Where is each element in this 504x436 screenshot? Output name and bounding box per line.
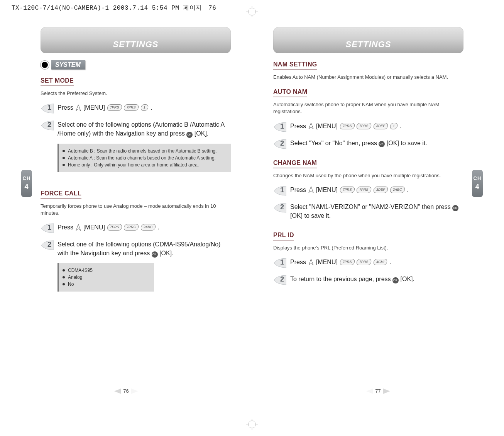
keypad-key: 1 [389, 123, 398, 129]
chapter-tab-num: 4 [24, 183, 29, 191]
step-text: To return to the previous page, press [290, 276, 391, 282]
system-badge-label: SYSTEM [55, 61, 81, 68]
ok-icon [152, 251, 158, 258]
spread: CH 4 SETTINGS SYSTEM SET MODE Selects th… [0, 15, 504, 421]
prl-id-step-2: 2 To return to the previous page, press … [273, 275, 463, 285]
note-text: No [68, 281, 74, 288]
ok-icon [392, 277, 399, 283]
bullet-icon [63, 150, 65, 152]
auto-nam-heading: AUTO NAM [273, 88, 307, 97]
bullet-icon [63, 157, 65, 159]
file-stamp-text: TX-120C-7/14(NO-CAMERA)-1 2003.7.14 5:54… [12, 5, 179, 12]
force-call-notes: CDMA-IS95 Analog No [58, 263, 154, 292]
force-call-step1-body: Press [MENU] 7PRS 7PRS 2ABC . [58, 223, 159, 232]
note-text: Analog [68, 274, 82, 281]
page-ornament-icon [383, 388, 390, 394]
ok-icon [452, 205, 458, 211]
section-bullet-icon [41, 61, 49, 69]
press-label: Press [58, 223, 73, 232]
set-mode-notes: Automatic B : Scan the radio channels ba… [58, 144, 231, 172]
auto-nam-step1-body: Press [MENU] 7PRS 7PRS 3DEF 1 . [290, 122, 401, 131]
prl-id-step-1: 1 Press [MENU] 7PRS 7PRS 4GHI . [273, 258, 463, 268]
step-number-icon: 1 [273, 122, 286, 132]
keypad-key: 2ABC [389, 187, 405, 193]
file-stamp-pageno: 76 [208, 5, 216, 12]
prl-id-step2-body: To return to the previous page, press [O… [290, 275, 414, 283]
step-number-icon: 2 [273, 139, 286, 149]
page-number-value: 76 [123, 388, 129, 394]
keypad-key: 7PRS [339, 123, 355, 129]
keypad-key: 7PRS [123, 104, 139, 111]
nam-setting-heading: NAM SETTING [273, 61, 317, 70]
page-title: SETTINGS [113, 39, 158, 49]
force-call-heading: FORCE CALL [41, 190, 81, 199]
set-mode-step-1: 1 Press [MENU] 7PRS 7PRS 1 . [41, 103, 231, 114]
menu-label: [MENU] [83, 223, 105, 232]
page-title: SETTINGS [345, 39, 391, 49]
keypad-key: 4GHI [373, 259, 387, 265]
press-label: Press [58, 103, 73, 112]
system-badge: SYSTEM [51, 60, 85, 70]
chapter-tab-ch: CH [474, 176, 482, 181]
prl-id-desc: Displays the phone's PRL (Preferred Roam… [273, 244, 463, 251]
auto-nam-step-1: 1 Press [MENU] 7PRS 7PRS 3DEF 1 . [273, 122, 463, 132]
step-text: Select one of the following options (CDM… [58, 241, 220, 256]
change-nam-step-2: 2 Select "NAM1-VERIZON" or "NAM2-VERIZON… [273, 202, 463, 220]
change-nam-heading: CHANGE NAM [273, 159, 317, 168]
keypad-key: 7PRS [356, 187, 372, 193]
prl-id-heading: PRL ID [273, 232, 294, 241]
bullet-icon [63, 283, 65, 285]
auto-nam-desc: Automatically switches phone to proper N… [273, 101, 463, 115]
menu-label: [MENU] [316, 185, 338, 194]
bullet-icon [63, 164, 65, 166]
change-nam-step1-body: Press [MENU] 7PRS 7PRS 3DEF 2ABC . [290, 185, 409, 194]
set-mode-step1-body: Press [MENU] 7PRS 7PRS 1 . [58, 103, 152, 112]
ok-label: [OK] to save it. [387, 140, 427, 146]
page-number: 76 [114, 388, 138, 394]
softkey-icon [76, 104, 81, 111]
ok-label: [OK]. [159, 250, 173, 256]
bullet-icon [63, 276, 65, 278]
ok-icon [379, 141, 385, 147]
note-text: Automatic A : Scan the radio channels ba… [68, 154, 216, 161]
ok-label: [OK]. [194, 130, 208, 137]
softkey-icon [308, 259, 314, 266]
set-mode-step-2: 2 Select one of the following options (A… [41, 120, 231, 138]
chapter-tab-num: 4 [475, 183, 479, 191]
chapter-tab-ch: CH [23, 176, 31, 181]
force-call-step2-body: Select one of the following options (CDM… [58, 240, 231, 258]
page-number-value: 77 [375, 388, 381, 394]
press-label: Press [290, 258, 306, 266]
keypad-key: 7PRS [339, 259, 355, 265]
step-number-icon: 1 [41, 103, 54, 114]
press-label: Press [290, 185, 306, 194]
auto-nam-step2-body: Select "Yes" or "No" then, press [OK] to… [290, 139, 427, 148]
step-number-icon: 1 [273, 258, 286, 268]
file-stamp: TX-120C-7/14(NO-CAMERA)-1 2003.7.14 5:54… [12, 4, 216, 12]
ok-icon [186, 132, 193, 138]
bullet-icon [63, 269, 65, 271]
keypad-key: 7PRS [107, 104, 122, 111]
press-label: Press [290, 122, 306, 131]
step-number-icon: 2 [41, 240, 54, 251]
step-text: Select "Yes" or "No" then, press [290, 140, 377, 146]
keypad-key: 3DEF [373, 123, 388, 129]
step-number-icon: 2 [273, 275, 286, 285]
step-number-icon: 1 [273, 185, 286, 196]
note-text: Automatic B : Scan the radio channels ba… [68, 148, 217, 154]
menu-label: [MENU] [316, 258, 338, 266]
step-number-icon: 1 [41, 223, 54, 234]
page-ornament-icon [114, 388, 121, 394]
change-nam-step-1: 1 Press [MENU] 7PRS 7PRS 3DEF 2ABC . [273, 185, 463, 196]
nam-setting-desc: Enables Auto NAM (Number Assignment Modu… [273, 74, 463, 81]
step-text: Select "NAM1-VERIZON" or "NAM2-VERIZON" … [290, 204, 451, 210]
change-nam-desc: Changes the NAM used by the phone when y… [273, 172, 463, 179]
auto-nam-step-2: 2 Select "Yes" or "No" then, press [OK] … [273, 139, 463, 149]
step-number-icon: 2 [41, 120, 54, 131]
keypad-key: 7PRS [339, 187, 355, 193]
prl-id-step1-body: Press [MENU] 7PRS 7PRS 4GHI . [290, 258, 391, 266]
page-right: CH 4 SETTINGS NAM SETTING Enables Auto N… [252, 15, 504, 421]
crop-mark [248, 8, 256, 15]
step-number-icon: 2 [273, 202, 286, 213]
file-stamp-pageword: 페이지 [183, 5, 202, 12]
